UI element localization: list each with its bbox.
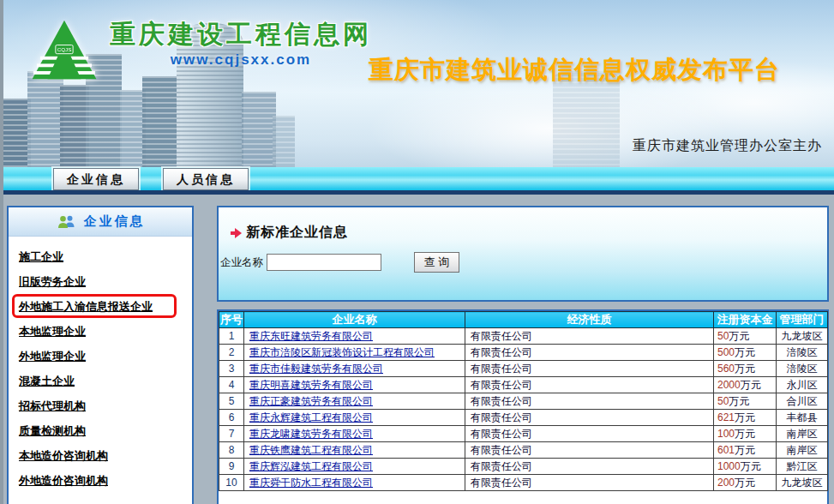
section-title: 新标准企业信息 [231,224,348,242]
logo-triangle-icon: CQJS [31,19,98,81]
sidebar-item-label: 本地造价咨询机构 [19,449,108,462]
capital-amount: 50 [717,330,729,342]
sidebar-item-label: 本地监理企业 [19,325,86,338]
management-dept-cell: 丰都县 [777,410,828,426]
logo-abbr-text: CQJS [57,46,72,52]
row-number-cell: 2 [219,345,244,361]
capital-unit: 万元 [729,395,749,407]
company-name-label: 企业名称 [220,255,263,270]
capital-amount: 621 [717,411,735,423]
registered-capital-cell: 1000万元 [714,459,777,475]
query-button[interactable]: 查 询 [414,252,459,273]
economic-type-cell: 有限责任公司 [465,361,714,377]
capital-unit: 万元 [735,411,755,423]
capital-amount: 50 [717,395,729,407]
capital-unit: 万元 [735,363,755,375]
company-name-link[interactable]: 重庆龙啸建筑劳务有限公司 [249,428,373,440]
sidebar-item[interactable]: 本地造价咨询机构 [19,442,192,467]
company-name-input[interactable] [267,254,381,271]
table-row: 6重庆永辉建筑工程有限公司有限责任公司621万元丰都县 [219,410,828,426]
sidebar-item[interactable]: 外地造价咨询机构 [19,467,192,492]
economic-type-cell: 有限责任公司 [465,410,714,426]
row-number-cell: 4 [219,377,244,393]
economic-type-cell: 有限责任公司 [465,442,714,459]
company-name-link[interactable]: 重庆东旺建筑劳务有限公司 [249,330,373,342]
column-header: 经济性质 [465,312,714,328]
column-header: 企业名称 [244,312,465,328]
skyline-building [242,92,276,167]
capital-amount: 500 [717,346,735,358]
company-name-cell: 重庆市涪陵区新冠装饰设计工程有限公司 [244,345,465,361]
registered-capital-cell: 601万元 [714,442,777,459]
sidebar-title: 企业信息 [84,213,146,230]
registered-capital-cell: 621万元 [714,410,777,426]
registered-capital-cell: 200万元 [714,475,777,491]
company-name-cell: 重庆明喜建筑劳务有限公司 [244,377,465,393]
registered-capital-cell: 500万元 [714,345,777,361]
column-header: 管理部门 [777,312,828,328]
site-url: www.cqjsxx.com [171,51,311,69]
skyline-building [0,99,31,167]
management-dept-cell: 南岸区 [777,426,828,442]
company-name-link[interactable]: 重庆辉泓建筑工程有限公司 [249,460,373,472]
company-name-link[interactable]: 重庆明喜建筑劳务有限公司 [249,379,373,391]
sidebar-item[interactable]: 质量检测机构 [19,417,192,442]
company-name-cell: 重庆辉泓建筑工程有限公司 [244,459,465,475]
section-title-text: 新标准企业信息 [246,224,348,242]
economic-type-cell: 有限责任公司 [465,426,714,442]
sidebar-item-highlighted[interactable]: 外地施工入渝信息报送企业 [19,293,192,318]
table-row: 8重庆铁鹰建筑工程有限公司有限责任公司601万元南岸区 [219,442,828,459]
company-name-link[interactable]: 重庆市佳毅建筑劳务有限公司 [249,363,383,375]
management-dept-cell: 涪陵区 [777,345,828,361]
column-header: 序号 [219,312,244,328]
row-number-cell: 10 [219,475,244,491]
sidebar-item[interactable]: 施工企业 [19,243,192,268]
table-row: 2重庆市涪陵区新冠装饰设计工程有限公司有限责任公司500万元涪陵区 [219,345,828,361]
registered-capital-cell: 100万元 [714,426,777,442]
economic-type-cell: 有限责任公司 [465,328,714,345]
company-name-link[interactable]: 重庆永辉建筑工程有限公司 [249,411,373,423]
skyline-building [27,71,63,167]
company-name-link[interactable]: 重庆铁鹰建筑工程有限公司 [249,444,373,456]
capital-unit: 万元 [735,428,755,440]
column-header: 注册资本金 [714,312,777,328]
site-slogan: 重庆市建筑业诚信信息权威发布平台 [369,53,780,87]
capital-amount: 200 [717,477,735,489]
capital-unit: 万元 [735,444,755,456]
skyline-building [60,85,89,167]
company-name-cell: 重庆东旺建筑劳务有限公司 [244,328,465,345]
capital-unit: 万元 [729,330,749,342]
sidebar-item-label: 招标代理机构 [19,399,86,412]
economic-type-cell: 有限责任公司 [465,459,714,475]
registered-capital-cell: 50万元 [714,328,777,345]
tab-personnel-info[interactable]: 人员信息 [163,168,249,190]
company-name-link[interactable]: 重庆市涪陵区新冠装饰设计工程有限公司 [249,346,435,358]
economic-type-cell: 有限责任公司 [465,475,714,491]
sidebar-item-label: 施工企业 [19,250,63,263]
management-dept-cell: 涪陵区 [777,361,828,377]
search-form: 企业名称 查 询 [220,252,459,273]
company-name-link[interactable]: 重庆舜干防水工程有限公司 [249,477,373,489]
table-header-row: 序号企业名称经济性质注册资本金管理部门 [219,312,828,328]
table-row: 3重庆市佳毅建筑劳务有限公司有限责任公司560万元涪陵区 [219,361,828,377]
capital-amount: 560 [717,363,735,375]
sidebar-item[interactable]: 混凝土企业 [19,368,192,393]
site-logo: CQJS 重庆建设工程信息网 www.cqjsxx.com [31,19,372,81]
results-table-panel: 序号企业名称经济性质注册资本金管理部门 1重庆东旺建筑劳务有限公司有限责任公司5… [217,309,829,504]
capital-unit: 万元 [741,460,761,472]
capital-unit: 万元 [735,477,755,489]
company-name-cell: 重庆龙啸建筑劳务有限公司 [244,426,465,442]
sidebar-item[interactable]: 招标代理机构 [19,393,192,417]
row-number-cell: 6 [219,410,244,426]
sidebar-item[interactable]: 本地监理企业 [19,318,192,343]
sidebar-item[interactable]: 外地监理企业 [19,343,192,368]
sidebar-item[interactable]: 旧版劳务企业 [19,268,192,293]
main-nav-bar: 企业信息 人员信息 [0,167,834,190]
management-dept-cell: 南岸区 [777,442,828,459]
row-number-cell: 7 [219,426,244,442]
tab-enterprise-info[interactable]: 企业信息 [53,168,139,190]
company-name-cell: 重庆市佳毅建筑劳务有限公司 [244,361,465,377]
economic-type-cell: 有限责任公司 [465,377,714,393]
sidebar-item-label: 外地造价咨询机构 [19,474,108,487]
company-name-link[interactable]: 重庆正豪建筑劳务有限公司 [249,395,373,407]
